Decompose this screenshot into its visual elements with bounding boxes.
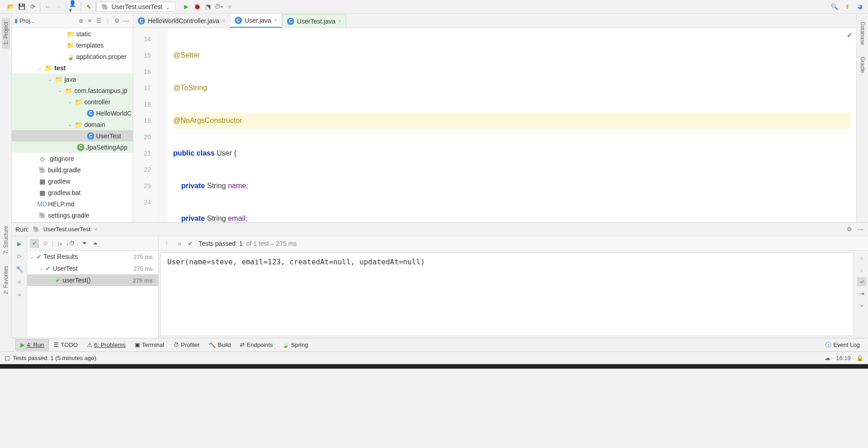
collapse-all-icon[interactable]: ⏶ <box>91 239 100 248</box>
status-icon[interactable]: ▢ <box>5 355 10 361</box>
close-icon[interactable]: × <box>274 17 277 24</box>
stop-icon[interactable]: ■ <box>225 2 234 11</box>
sort-icon[interactable]: ↓ₐ <box>55 239 64 248</box>
tree-item-hello[interactable]: CHelloWorldC <box>12 107 133 119</box>
tree-item-gradlewbat[interactable]: ▦gradlew.bat <box>12 187 133 198</box>
tab-endpoints[interactable]: ⇄Endpoints <box>235 340 277 350</box>
ignored-filter-icon[interactable]: ⊘ <box>41 239 50 248</box>
tree-item-test[interactable]: ⌄📁test <box>12 62 133 73</box>
project-tree[interactable]: 📁static 📁templates 🍃application.proper ⌄… <box>12 28 133 222</box>
tree-item-gradlew[interactable]: ▦gradlew <box>12 175 133 187</box>
minimize-icon[interactable]: — <box>856 225 864 234</box>
rerun-icon[interactable]: ▶ <box>15 239 24 248</box>
more-icon[interactable]: » <box>857 301 866 310</box>
up-icon[interactable]: ↑ <box>162 239 171 248</box>
stop-icon[interactable]: ■ <box>15 277 24 286</box>
soft-wrap-icon[interactable]: ⤶ <box>857 277 866 286</box>
settings-icon[interactable]: ⚙ <box>113 17 121 25</box>
editor-tab-user[interactable]: CUser.java× <box>230 14 282 28</box>
tab-spring[interactable]: 🍃Spring <box>277 340 313 350</box>
collapse-icon[interactable]: ☰ <box>95 17 103 25</box>
tab-eventlog[interactable]: ⓘEvent Log <box>821 339 864 351</box>
minimize-icon[interactable]: — <box>122 17 130 25</box>
chevron-down-icon[interactable]: ⌄ <box>48 77 54 82</box>
run-icon: ▶ <box>20 341 25 348</box>
chevron-down-icon[interactable]: ⌄ <box>68 99 74 104</box>
passed-filter-icon[interactable]: ✔ <box>30 239 39 248</box>
debug-icon[interactable]: 🐞 <box>193 2 202 11</box>
forward-icon[interactable]: → <box>54 2 63 11</box>
test-row-class[interactable]: ⌄✔UserTest275 ms <box>27 263 158 274</box>
tree-item-usertest[interactable]: CUserTest <box>12 130 133 141</box>
open-icon[interactable]: 📂 <box>6 2 15 11</box>
sync-icon[interactable]: ⟳ <box>28 2 37 11</box>
more-icon[interactable]: » <box>175 239 184 248</box>
tab-terminal[interactable]: ▣Terminal <box>130 340 169 350</box>
wrench-icon[interactable]: 🔧 <box>15 264 24 273</box>
close-icon[interactable]: × <box>94 226 97 233</box>
coverage-icon[interactable]: ⬔ <box>204 2 213 11</box>
chevron-down-icon[interactable]: ⌄ <box>58 88 64 93</box>
gradle-tool-tab[interactable]: Gradle <box>858 53 867 77</box>
test-tree[interactable]: ⌄✔Test Results275 ms ⌄✔UserTest275 ms ✔u… <box>27 251 158 338</box>
tree-item-helpmd[interactable]: MDHELP.md <box>12 198 133 209</box>
ide-icon[interactable]: ◕ <box>855 2 864 11</box>
sort-duration-icon[interactable]: ↓⏱ <box>66 239 75 248</box>
search-icon[interactable]: 🔍 <box>830 2 839 11</box>
test-row-method[interactable]: ✔userTest()275 ms <box>27 274 158 286</box>
run-icon[interactable]: ▶ <box>182 2 191 11</box>
console-output[interactable]: User(name=steve, email=123, createdAt=nu… <box>160 253 853 336</box>
lock-icon[interactable]: 🔒 <box>856 355 863 361</box>
project-tool-tab[interactable]: 1: Project <box>2 18 10 49</box>
rerun-failed-icon[interactable]: ⟳ <box>15 252 24 261</box>
tree-item[interactable]: 📁static <box>12 28 133 39</box>
database-tool-tab[interactable]: Database <box>858 18 867 49</box>
chevron-down-icon[interactable]: ⌄ <box>38 65 44 70</box>
tab-run[interactable]: ▶4: Run <box>15 339 49 351</box>
tab-problems[interactable]: ⚠6: Problems <box>82 340 130 350</box>
scroll-icon[interactable]: ⇥ <box>857 289 866 298</box>
tree-item-buildgradle[interactable]: 🐘build.gradle <box>12 164 133 175</box>
expand-all-icon[interactable]: ⏷ <box>80 239 89 248</box>
tree-item-jpasetting[interactable]: CJpaSettingApp <box>12 141 133 153</box>
tree-item[interactable]: 📁templates <box>12 39 133 51</box>
structure-tool-tab[interactable]: 7: Structure <box>2 222 10 258</box>
up-icon[interactable]: ↑ <box>857 253 866 263</box>
test-tree-panel: ✔ ⊘ | ↓ₐ ↓⏱ | ⏷ ⏶ ⌄✔Test Results275 ms ⌄… <box>27 236 159 338</box>
editor-content[interactable]: 1415161718192021222324 @Setter @ToString… <box>133 28 856 222</box>
chevron-down-icon: ⌄ <box>165 3 170 10</box>
editor-tab-usertest[interactable]: CUserTest.java× <box>282 14 346 28</box>
more-icon[interactable]: » <box>15 290 24 299</box>
tab-todo[interactable]: ☰TODO <box>49 340 82 350</box>
tab-build[interactable]: 🔨Build <box>204 340 235 350</box>
back-icon[interactable]: ← <box>43 2 52 11</box>
inspection-ok-icon[interactable]: ✔ <box>847 31 853 39</box>
close-icon[interactable]: × <box>338 18 341 24</box>
expand-icon[interactable]: ≡ <box>86 17 94 25</box>
editor-tab-hello[interactable]: CHelloWorldController.java× <box>133 14 230 28</box>
tree-item-controller[interactable]: ⌄📁controller <box>12 96 133 107</box>
update-icon[interactable]: ⬆ <box>843 2 852 11</box>
test-row-root[interactable]: ⌄✔Test Results275 ms <box>27 251 158 263</box>
tree-item[interactable]: 🍃application.proper <box>12 51 133 62</box>
settings-icon[interactable]: ⚙ <box>845 225 853 234</box>
tree-item-gitignore[interactable]: ◇.gitignore <box>12 153 133 164</box>
save-icon[interactable]: 💾 <box>17 2 26 11</box>
tree-item-settingsgradle[interactable]: 🐘settings.gradle <box>12 209 133 221</box>
tree-item-java[interactable]: ⌄📁java <box>12 73 133 85</box>
cloud-icon[interactable]: ☁ <box>824 355 830 361</box>
user-icon[interactable]: 👤▾ <box>69 2 78 11</box>
favorites-tool-tab[interactable]: 2: Favorites <box>2 262 10 298</box>
tree-item-domain[interactable]: ⌄📁domain <box>12 119 133 130</box>
down-icon[interactable]: ↓ <box>857 265 866 274</box>
profile-icon[interactable]: ⏱▾ <box>214 2 223 11</box>
target-icon[interactable]: ⊕ <box>77 17 85 25</box>
hammer-icon[interactable]: ⬉ <box>84 2 93 11</box>
code-area[interactable]: @Setter @ToString @NoArgsConstructor pub… <box>168 28 856 222</box>
run-config-selector[interactable]: 🐘 UserTest.userTest ⌄ <box>96 2 175 12</box>
chevron-down-icon[interactable]: ⌄ <box>68 122 74 127</box>
tab-profiler[interactable]: ⏱Profiler <box>169 340 204 350</box>
check-icon: ✔ <box>45 265 51 272</box>
close-icon[interactable]: × <box>222 18 225 24</box>
tree-item-package[interactable]: ⌄📁com.fastcampus.jp <box>12 85 133 96</box>
